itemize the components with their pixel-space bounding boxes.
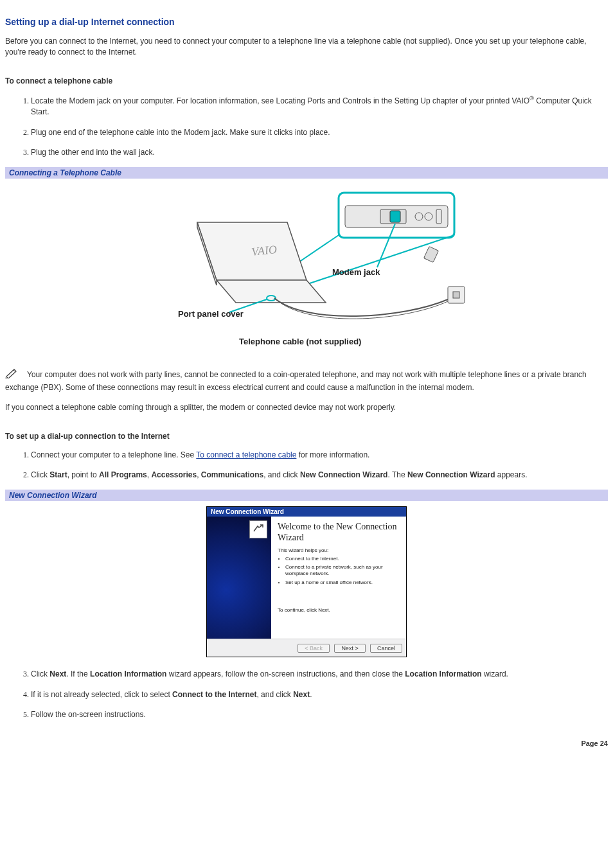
section2-steps-continued: Click Next. If the Location Information …: [5, 669, 608, 720]
page-number: Page 24: [5, 740, 608, 747]
note-paragraph-2: If you connect a telephone cable coming …: [5, 402, 608, 413]
link-connect-telephone-cable[interactable]: To connect a telephone cable: [196, 450, 296, 459]
ui-label: Accessories: [151, 470, 197, 479]
section2-steps: Connect your computer to a telephone lin…: [5, 450, 608, 481]
wizard-sidebar-icon: [249, 520, 267, 538]
note-paragraph-1: Your computer does not work with party l…: [5, 368, 608, 393]
step-text: , point to: [67, 470, 99, 479]
ui-label: New Connection Wizard: [407, 470, 495, 479]
ui-label: Start: [49, 470, 67, 479]
diagram-label-port-cover: Port panel cover: [178, 309, 244, 319]
list-item: Click Next. If the Location Information …: [31, 669, 608, 680]
svg-rect-6: [390, 211, 400, 222]
section2-heading: To set up a dial-up connection to the In…: [5, 432, 608, 441]
section1-heading: To connect a telephone cable: [5, 76, 608, 85]
ui-label: Next: [49, 669, 66, 678]
svg-marker-11: [217, 280, 326, 303]
cancel-button[interactable]: Cancel: [370, 644, 402, 653]
intro-paragraph: Before you can connect to the Internet, …: [5, 36, 608, 58]
step-text: Locate the Modem jack on your computer. …: [31, 96, 529, 105]
list-item: Locate the Modem jack on your computer. …: [31, 94, 608, 118]
step-text: , and click: [256, 690, 293, 699]
step-text: . The: [387, 470, 407, 479]
step-text: Click: [31, 669, 49, 678]
ui-label: New Connection Wizard: [300, 470, 388, 479]
step-text: . If the: [66, 669, 90, 678]
step-text: If it is not already selected, click to …: [31, 690, 172, 699]
svg-rect-16: [424, 247, 439, 263]
list-item: Connect your computer to a telephone lin…: [31, 450, 608, 461]
svg-rect-18: [453, 292, 459, 298]
ui-label: Connect to the Internet: [172, 690, 256, 699]
step-text: for more information.: [296, 450, 369, 459]
ui-label: Communications: [201, 470, 263, 479]
wizard-text: To continue, click Next.: [278, 607, 400, 613]
wizard-heading: Welcome to the New Connection Wizard: [278, 522, 400, 544]
registered-mark: ®: [529, 95, 534, 102]
note-icon: [5, 368, 18, 382]
svg-text:VAIO: VAIO: [251, 243, 278, 258]
wizard-bullet: Set up a home or small office network.: [285, 580, 400, 586]
wizard-window: New Connection Wizard Welcome to the New…: [206, 506, 407, 657]
figure1-caption-bar: Connecting a Telephone Cable: [5, 167, 608, 179]
step-text: appears.: [495, 470, 528, 479]
step-text: , and click: [263, 470, 300, 479]
diagram-label-modem-jack: Modem jack: [332, 267, 380, 277]
ui-label: Location Information: [90, 669, 166, 678]
step-text: Connect your computer to a telephone lin…: [31, 450, 196, 459]
next-button[interactable]: Next >: [334, 644, 365, 653]
ui-label: All Programs: [99, 470, 147, 479]
page-title: Setting up a dial-up Internet connection: [5, 17, 608, 27]
note-text: Your computer does not work with party l…: [5, 370, 587, 391]
step-text: wizard.: [482, 669, 508, 678]
wizard-sidebar-graphic: [207, 517, 271, 639]
list-item: If it is not already selected, click to …: [31, 689, 608, 700]
list-item: Follow the on-screen instructions.: [31, 709, 608, 720]
step-text: Click: [31, 470, 49, 479]
list-item: Plug the other end into the wall jack.: [31, 147, 608, 158]
wizard-text: This wizard helps you:: [278, 547, 400, 553]
wizard-titlebar: New Connection Wizard: [207, 507, 406, 517]
wizard-bullet: Connect to the Internet.: [285, 556, 400, 562]
svg-line-7: [377, 224, 395, 267]
ui-label: Location Information: [405, 669, 481, 678]
wizard-bullet: Connect to a private network, such as yo…: [285, 564, 400, 576]
section1-steps: Locate the Modem jack on your computer. …: [5, 94, 608, 159]
figure2-caption-bar: New Connection Wizard: [5, 490, 608, 501]
step-text: wizard appears, follow the on-screen ins…: [166, 669, 405, 678]
back-button[interactable]: < Back: [298, 644, 330, 653]
figure1: VAIO Modem jack Port panel cover Telepho…: [5, 184, 608, 353]
ui-label: Next: [293, 690, 310, 699]
list-item: Plug one end of the telephone cable into…: [31, 127, 608, 138]
step-text: ,: [197, 470, 201, 479]
figure2: New Connection Wizard Welcome to the New…: [5, 506, 608, 657]
step-text: .: [310, 690, 312, 699]
telephone-cable-diagram: VAIO: [139, 184, 474, 351]
list-item: Click Start, point to All Programs, Acce…: [31, 470, 608, 481]
diagram-label-cable: Telephone cable (not supplied): [239, 337, 361, 346]
